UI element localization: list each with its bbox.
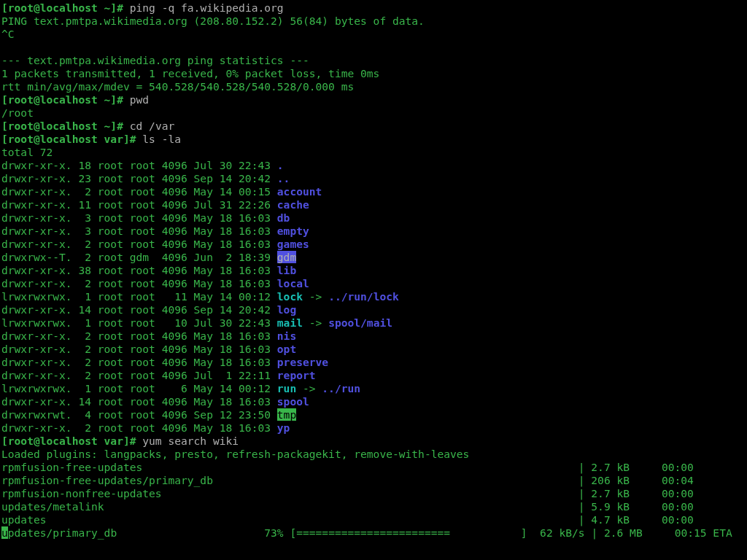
prompt: [root@localhost ~]#: [1, 120, 130, 132]
line-ping-stats-hdr: --- text.pmtpa.wikimedia.org ping statis…: [1, 54, 747, 67]
ls-name: report: [277, 369, 316, 381]
ls-meta: drwxr-xr-x. 38 root root 4096 May 18 16:…: [1, 264, 277, 276]
terminal[interactable]: [root@localhost ~]# ping -q fa.wikipedia…: [0, 0, 747, 540]
ls-row: drwxr-xr-x. 11 root root 4096 Jul 31 22:…: [1, 198, 747, 211]
ls-row: drwxr-xr-x. 2 root root 4096 May 18 16:0…: [1, 343, 747, 356]
line-yum-plugins: Loaded plugins: langpacks, presto, refre…: [1, 448, 747, 461]
ls-name: account: [277, 185, 322, 198]
ping-rtt: rtt min/avg/max/mdev = 540.528/540.528/5…: [1, 80, 354, 93]
yum-repo-line: rpmfusion-nonfree-updates | 2.7 kB 00:00: [1, 487, 694, 499]
ls-name: local: [277, 277, 309, 289]
ls-meta: drwxr-xr-x. 2 root root 4096 May 18 16:0…: [1, 421, 277, 434]
ls-meta: drwxrwx--T. 2 root gdm 4096 Jun 2 18:39: [1, 251, 277, 263]
ls-row: lrwxrwxrwx. 1 root root 11 May 14 00:12 …: [1, 290, 747, 303]
ls-meta: lrwxrwxrwx. 1 root root 6 May 14 00:12: [1, 382, 277, 394]
progress-name: pdates/primary_db: [8, 526, 117, 539]
ls-meta: drwxr-xr-x. 3 root root 4096 May 18 16:0…: [1, 225, 277, 237]
ls-meta: drwxr-xr-x. 2 root root 4096 May 18 16:0…: [1, 330, 277, 342]
ls-row: drwxr-xr-x. 2 root root 4096 May 14 00:1…: [1, 185, 747, 198]
ls-row: drwxr-xr-x. 2 root root 4096 Jul 1 22:11…: [1, 369, 747, 382]
prompt: [root@localhost var]#: [1, 133, 142, 145]
line-cmd-pwd: [root@localhost ~]# pwd: [1, 93, 747, 106]
yum-repo-row: rpmfusion-free-updates | 2.7 kB 00:00: [1, 461, 747, 474]
yum-repo-row: updates/metalink | 5.9 kB 00:00: [1, 500, 747, 513]
ls-row: drwxr-xr-x. 2 root root 4096 May 18 16:0…: [1, 277, 747, 290]
progress-bar-filled: ========================: [296, 526, 450, 539]
ping-header: PING text.pmtpa.wikimedia.org (208.80.15…: [1, 15, 425, 27]
cmd-yum: yum search wiki: [142, 435, 239, 447]
ls-meta: drwxr-xr-x. 2 root root 4096 May 18 16:0…: [1, 343, 277, 355]
prompt: [root@localhost ~]#: [1, 1, 130, 14]
ls-arrow: ->: [303, 316, 328, 329]
ls-name: ..: [277, 172, 290, 184]
line-cmd-yum: [root@localhost var]# yum search wiki: [1, 435, 747, 448]
yum-repo-line: updates | 4.7 kB 00:00: [1, 513, 694, 526]
ping-interrupt: ^C: [1, 28, 15, 40]
ls-meta: drwxr-xr-x. 2 root root 4096 May 18 16:0…: [1, 238, 277, 250]
cmd-cd: cd /var: [130, 120, 175, 132]
ping-stats-header: --- text.pmtpa.wikimedia.org ping statis…: [1, 54, 309, 66]
yum-repo-row: updates | 4.7 kB 00:00: [1, 513, 747, 526]
ls-row: lrwxrwxrwx. 1 root root 10 Jul 30 22:43 …: [1, 316, 747, 330]
ls-name: lib: [277, 264, 296, 276]
ls-meta: drwxr-xr-x. 23 root root 4096 Sep 14 20:…: [1, 172, 277, 184]
line-blank: [1, 41, 747, 54]
ls-meta: drwxr-xr-x. 14 root root 4096 May 18 16:…: [1, 395, 277, 408]
ls-meta: drwxr-xr-x. 2 root root 4096 May 14 00:1…: [1, 185, 277, 198]
line-cmd-ping: [root@localhost ~]# ping -q fa.wikipedia…: [1, 1, 747, 15]
ls-meta: drwxr-xr-x. 2 root root 4096 Jul 1 22:11: [1, 369, 277, 381]
line-cmd-cd: [root@localhost ~]# cd /var: [1, 120, 747, 133]
ls-name: yp: [277, 421, 290, 434]
cursor: u: [1, 526, 8, 539]
ls-link-target: ../run/lock: [328, 290, 399, 303]
ls-name: spool: [277, 395, 309, 408]
yum-repo-row: rpmfusion-nonfree-updates | 2.7 kB 00:00: [1, 487, 747, 500]
ls-meta: drwxr-xr-x. 18 root root 4096 Jul 30 22:…: [1, 159, 277, 171]
ls-row: lrwxrwxrwx. 1 root root 6 May 14 00:12 r…: [1, 382, 747, 395]
ls-name: games: [277, 238, 309, 250]
line-ls-total: total 72: [1, 146, 747, 159]
line-pwd-out: /root: [1, 106, 747, 120]
ls-name: preserve: [277, 356, 328, 368]
progress-eta: 00:15 ETA: [675, 526, 732, 539]
ls-meta: drwxr-xr-x. 11 root root 4096 Jul 31 22:…: [1, 198, 277, 211]
ls-name: empty: [277, 225, 309, 237]
ls-meta: drwxr-xr-x. 2 root root 4096 May 18 16:0…: [1, 277, 277, 289]
ls-total: total 72: [1, 146, 53, 158]
ls-name: run: [277, 382, 296, 394]
ls-row: drwxrwxrwt. 4 root root 4096 Sep 12 23:5…: [1, 408, 747, 421]
ls-link-target: ../run: [322, 382, 360, 394]
ls-row: drwxr-xr-x. 2 root root 4096 May 18 16:0…: [1, 330, 747, 343]
progress-rate: 62 kB/s: [533, 526, 591, 539]
ls-meta: drwxr-xr-x. 14 root root 4096 Sep 14 20:…: [1, 303, 277, 316]
ls-row: drwxr-xr-x. 2 root root 4096 May 18 16:0…: [1, 356, 747, 369]
line-cmd-ls: [root@localhost var]# ls -la: [1, 133, 747, 146]
progress-bar-empty: [450, 526, 521, 539]
line-ping-rtt: rtt min/avg/max/mdev = 540.528/540.528/5…: [1, 80, 747, 93]
yum-repo-row: rpmfusion-free-updates/primary_db | 206 …: [1, 474, 747, 487]
cmd-ping: ping -q fa.wikipedia.org: [130, 1, 284, 14]
ls-row: drwxr-xr-x. 2 root root 4096 May 18 16:0…: [1, 238, 747, 251]
ls-name: db: [277, 211, 290, 224]
ls-row: drwxr-xr-x. 3 root root 4096 May 18 16:0…: [1, 211, 747, 225]
ls-row: drwxr-xr-x. 3 root root 4096 May 18 16:0…: [1, 225, 747, 238]
ls-meta: drwxr-xr-x. 3 root root 4096 May 18 16:0…: [1, 211, 277, 224]
progress-pct: 73%: [258, 526, 290, 539]
ls-name: tmp: [277, 408, 296, 421]
ls-name: mail: [277, 316, 303, 329]
ls-row: drwxr-xr-x. 18 root root 4096 Jul 30 22:…: [1, 159, 747, 172]
line-ping-header: PING text.pmtpa.wikimedia.org (208.80.15…: [1, 15, 747, 28]
cmd-pwd: pwd: [130, 93, 149, 106]
ls-meta: drwxr-xr-x. 2 root root 4096 May 18 16:0…: [1, 356, 277, 368]
ls-name: cache: [277, 198, 309, 211]
ls-row: drwxr-xr-x. 14 root root 4096 May 18 16:…: [1, 395, 747, 408]
ls-name: log: [277, 303, 296, 316]
ls-meta: lrwxrwxrwx. 1 root root 10 Jul 30 22:43: [1, 316, 277, 329]
pwd-output: /root: [1, 106, 34, 119]
prompt: [root@localhost var]#: [1, 435, 142, 447]
ls-row: drwxr-xr-x. 2 root root 4096 May 18 16:0…: [1, 421, 747, 435]
ls-arrow: ->: [296, 382, 322, 394]
ls-row: drwxr-xr-x. 38 root root 4096 May 18 16:…: [1, 264, 747, 277]
ping-stats: 1 packets transmitted, 1 received, 0% pa…: [1, 67, 379, 79]
yum-progress-row: updates/primary_db 73% [================…: [1, 526, 747, 540]
